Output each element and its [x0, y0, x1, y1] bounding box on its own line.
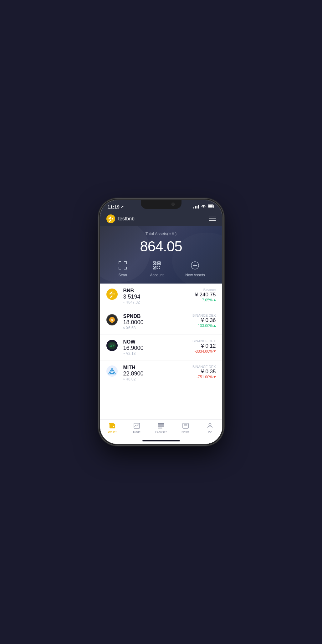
- hero-actions: Scan: [106, 260, 216, 277]
- spndb-icon: $: [106, 314, 118, 325]
- now-name: NOW: [123, 339, 135, 345]
- bnb-logo: [106, 214, 115, 223]
- svg-rect-26: [155, 266, 156, 267]
- svg-rect-29: [157, 266, 158, 267]
- bnb-icon-wrap: [106, 288, 120, 300]
- hamburger-menu-button[interactable]: [209, 217, 216, 221]
- phone-screen: 11:19 ↗: [100, 200, 222, 444]
- header-left: testbnb: [106, 214, 135, 223]
- mith-change: -751.00%: [192, 375, 216, 379]
- notch: [141, 200, 181, 209]
- nav-news[interactable]: News: [173, 422, 198, 434]
- svg-rect-32: [159, 268, 160, 269]
- wallet-icon: [109, 422, 116, 430]
- now-source: BINANCE DEX: [192, 339, 216, 343]
- total-assets-value: 864.05: [106, 238, 216, 255]
- nav-wallet[interactable]: Wallet: [100, 422, 125, 434]
- asset-item-bnb[interactable]: BNB 3.5194 ≈ ¥847.32 Binance ¥ 240.75 7.…: [100, 284, 222, 309]
- svg-rect-9: [119, 267, 119, 269]
- svg-rect-48: [158, 425, 164, 427]
- svg-rect-8: [119, 269, 121, 269]
- browser-icon: [157, 422, 165, 430]
- svg-point-33: [191, 262, 199, 269]
- svg-point-54: [209, 424, 211, 426]
- svg-rect-2: [208, 205, 212, 208]
- svg-rect-21: [157, 264, 158, 265]
- spndb-balance-yen: ≈ ¥6.58: [123, 326, 189, 330]
- svg-rect-30: [159, 266, 160, 267]
- status-icons: [193, 204, 215, 209]
- wifi-icon: [201, 204, 206, 209]
- spndb-balance: 18.0000: [123, 319, 189, 326]
- camera-dot: [171, 203, 175, 206]
- trade-icon: [133, 422, 141, 430]
- svg-rect-4: [119, 261, 121, 262]
- mith-balance-yen: ≈ ¥8.02: [123, 377, 189, 381]
- asset-item-spndb[interactable]: $ SPNDB 18.0000 ≈ ¥6.58 BINANCE DEX ¥ 0.…: [100, 309, 222, 335]
- svg-rect-43: [109, 424, 115, 429]
- spndb-change: 133.00%: [192, 324, 216, 328]
- nav-me[interactable]: Me: [198, 422, 222, 434]
- svg-rect-19: [157, 262, 158, 263]
- mith-balance: 22.8900: [123, 370, 189, 377]
- svg-rect-5: [119, 261, 119, 264]
- mith-price: ¥ 0.35: [192, 369, 216, 375]
- svg-rect-25: [153, 266, 154, 267]
- new-assets-icon: [189, 260, 201, 271]
- svg-rect-27: [153, 268, 154, 269]
- bnb-change: 7.05%: [195, 298, 216, 302]
- now-icon: NOW TOKEN: [106, 340, 118, 351]
- scan-label: Scan: [118, 273, 127, 277]
- spndb-price: ¥ 0.36: [192, 317, 216, 324]
- svg-rect-11: [126, 267, 127, 269]
- nav-browser[interactable]: Browser: [149, 422, 173, 434]
- trade-label: Trade: [133, 430, 141, 434]
- app-header: testbnb: [100, 211, 222, 226]
- browser-label: Browser: [155, 430, 167, 434]
- asset-item-now[interactable]: NOW TOKEN NOW 16.9000 ≈ ¥2.13 BINANCE DE…: [100, 335, 222, 360]
- now-balance: 16.9000: [123, 345, 189, 351]
- new-assets-button[interactable]: New Assets: [185, 260, 205, 277]
- svg-rect-10: [124, 269, 127, 269]
- mith-name: MITH: [123, 365, 135, 370]
- asset-list: BNB 3.5194 ≈ ¥847.32 Binance ¥ 240.75 7.…: [100, 284, 222, 419]
- account-button[interactable]: Account: [150, 260, 163, 277]
- svg-rect-1: [213, 206, 214, 207]
- now-price: ¥ 0.12: [192, 343, 216, 349]
- bnb-balance-yen: ≈ ¥847.32: [123, 300, 192, 304]
- svg-rect-17: [154, 263, 156, 264]
- time-display: 11:19: [108, 204, 120, 209]
- news-icon: [182, 422, 189, 430]
- svg-rect-47: [158, 423, 164, 425]
- svg-rect-15: [153, 264, 154, 265]
- spndb-source: BINANCE DEX: [192, 314, 216, 317]
- status-time: 11:19 ↗: [108, 204, 124, 209]
- now-icon-wrap: NOW TOKEN: [106, 339, 120, 351]
- svg-rect-44: [109, 423, 114, 425]
- location-icon: ↗: [121, 205, 124, 209]
- svg-point-45: [113, 426, 114, 427]
- svg-rect-20: [160, 262, 161, 263]
- asset-item-mith[interactable]: MITH 22.8900 ≈ ¥8.02 BINANCE DEX ¥ 0.35 …: [100, 360, 222, 386]
- mith-source: BINANCE DEX: [192, 365, 216, 369]
- now-change: -3334.00%: [192, 349, 216, 354]
- nav-trade[interactable]: Trade: [125, 422, 149, 434]
- svg-marker-41: [109, 368, 115, 374]
- bnb-name: BNB: [123, 288, 134, 294]
- home-indicator: [100, 439, 222, 444]
- news-label: News: [181, 430, 189, 434]
- svg-rect-23: [158, 263, 160, 264]
- mith-icon-wrap: [106, 365, 120, 377]
- bnb-price: ¥ 240.75: [195, 292, 216, 298]
- signal-icon: [193, 205, 199, 209]
- header-username: testbnb: [118, 216, 135, 222]
- scan-button[interactable]: Scan: [117, 260, 128, 277]
- bnb-balance: 3.5194: [123, 294, 192, 300]
- me-label: Me: [208, 430, 212, 434]
- account-label: Account: [150, 273, 163, 277]
- svg-rect-7: [126, 261, 127, 264]
- account-icon: [151, 260, 162, 271]
- svg-text:NOW: NOW: [110, 345, 114, 347]
- down-arrow-icon: [213, 376, 216, 378]
- home-bar: [142, 440, 180, 441]
